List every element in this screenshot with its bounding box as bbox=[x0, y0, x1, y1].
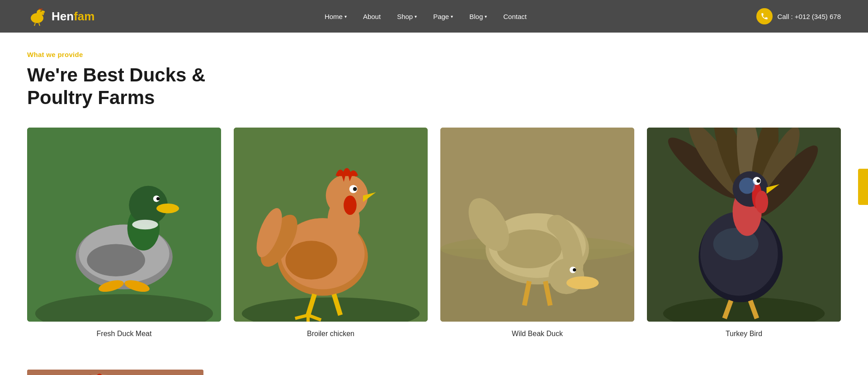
shop-chevron-icon: ▾ bbox=[415, 14, 417, 19]
chicken-label: Broiler chicken bbox=[307, 330, 354, 338]
product-card-chicken: Broiler chicken bbox=[234, 128, 428, 338]
chicken-image-wrap bbox=[234, 128, 428, 322]
svg-point-13 bbox=[87, 244, 145, 276]
what-we-provide-section: What we provide We're Best Ducks & Poult… bbox=[27, 51, 841, 338]
home-chevron-icon: ▾ bbox=[344, 14, 347, 19]
svg-point-18 bbox=[156, 197, 160, 200]
lower-section: iltry About farm Environmentally friendl… bbox=[27, 370, 841, 375]
duck-image-wrap bbox=[27, 128, 221, 322]
chicken-image bbox=[234, 128, 428, 322]
svg-point-31 bbox=[344, 195, 357, 215]
header: Henfam Home ▾ About Shop ▾ Page ▾ Blog ▾… bbox=[0, 0, 868, 33]
nav-page[interactable]: Page ▾ bbox=[433, 13, 453, 20]
product-card-turkey: Turkey Bird bbox=[647, 128, 841, 338]
turkey-label: Turkey Bird bbox=[726, 330, 762, 338]
products-grid: Fresh Duck Meat bbox=[27, 128, 841, 338]
nav-contact[interactable]: Contact bbox=[503, 13, 527, 20]
turkey-image bbox=[647, 128, 841, 322]
main-content: What we provide We're Best Ducks & Poult… bbox=[0, 33, 868, 375]
phone-icon bbox=[756, 8, 773, 24]
call-section: Call : +012 (345) 678 bbox=[756, 8, 841, 24]
page-chevron-icon: ▾ bbox=[451, 14, 453, 19]
svg-point-26 bbox=[285, 241, 337, 280]
main-nav: Home ▾ About Shop ▾ Page ▾ Blog ▾ Contac… bbox=[325, 13, 527, 20]
svg-line-8 bbox=[39, 23, 40, 26]
svg-line-7 bbox=[34, 23, 35, 26]
section-title: We're Best Ducks & Poultry Farms bbox=[27, 64, 244, 109]
about-farm-image bbox=[27, 370, 203, 375]
svg-point-68 bbox=[755, 190, 769, 213]
duck-image bbox=[27, 128, 221, 322]
product-card-wildduck: Wild Beak Duck bbox=[440, 128, 634, 338]
svg-point-19 bbox=[132, 220, 158, 229]
duck-label: Fresh Duck Meat bbox=[97, 330, 152, 338]
nav-shop[interactable]: Shop ▾ bbox=[397, 13, 417, 20]
logo-text: Henfam bbox=[52, 9, 94, 24]
svg-point-2 bbox=[41, 11, 45, 13]
svg-point-47 bbox=[566, 276, 599, 290]
svg-rect-75 bbox=[27, 370, 203, 375]
logo[interactable]: Henfam bbox=[27, 6, 94, 26]
side-tab[interactable] bbox=[858, 169, 868, 205]
call-number: Call : +012 (345) 678 bbox=[777, 13, 841, 20]
section-label: What we provide bbox=[27, 51, 841, 58]
lower-text-side: About farm Environmentally friendly & bbox=[434, 370, 841, 375]
nav-about[interactable]: About bbox=[363, 13, 381, 20]
wildduck-image bbox=[440, 128, 634, 322]
lower-image-side: iltry bbox=[27, 370, 434, 375]
nav-home[interactable]: Home ▾ bbox=[325, 13, 347, 20]
svg-point-33 bbox=[353, 187, 357, 191]
turkey-image-wrap bbox=[647, 128, 841, 322]
svg-point-70 bbox=[756, 179, 760, 183]
svg-point-16 bbox=[156, 204, 179, 213]
blog-chevron-icon: ▾ bbox=[485, 14, 487, 19]
svg-point-5 bbox=[41, 10, 42, 11]
nav-blog[interactable]: Blog ▾ bbox=[469, 13, 487, 20]
logo-icon bbox=[27, 6, 47, 26]
svg-point-72 bbox=[739, 178, 755, 194]
product-card-duck: Fresh Duck Meat bbox=[27, 128, 221, 338]
svg-point-49 bbox=[573, 268, 576, 271]
wildduck-label: Wild Beak Duck bbox=[512, 330, 563, 338]
wildduck-image-wrap bbox=[440, 128, 634, 322]
